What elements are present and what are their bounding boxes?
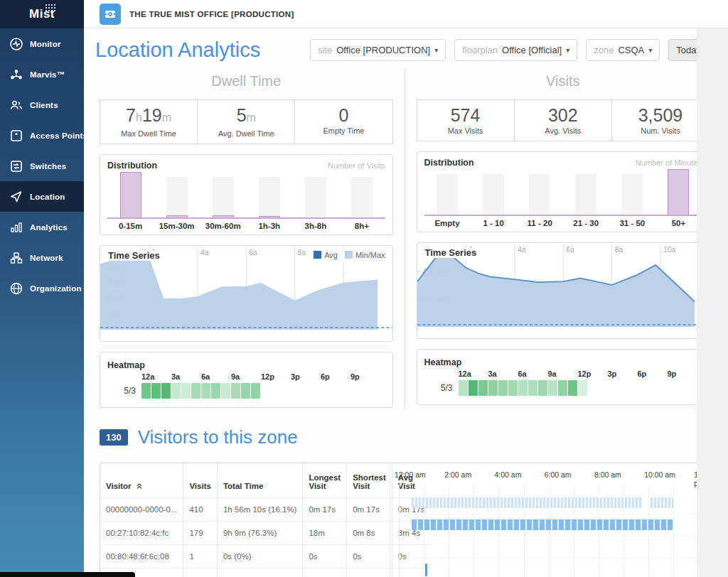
heatmap-cell[interactable] [191,383,200,399]
heatmap-cell[interactable] [221,383,230,399]
distribution-bar[interactable] [107,173,154,217]
distribution-bar[interactable] [338,173,385,217]
svg-text:4a: 4a [200,249,209,257]
heatmap-cell[interactable] [151,383,161,399]
sidebar-item-switches[interactable]: Switches [0,151,84,181]
table-cell: 00:27:10:82:4c:fc [100,522,183,545]
table-cell: 1h 56m 10s (16.1%) [217,498,303,522]
heatmap-hour-label: 12a [141,372,154,381]
sidebar-item-label: Clients [30,101,58,109]
sidebar-item-monitor[interactable]: Monitor [0,28,84,59]
heatmap-cell[interactable] [211,383,220,399]
sidebar-item-clients[interactable]: Clients [0,90,84,120]
zone-dropdown-value: CSQA [618,45,644,55]
distribution-category-label: 1h-3h [246,222,292,230]
column-header-longest-visit[interactable]: Longest Visit [303,463,347,498]
table-row[interactable]: 00:80:48:6f:74:0011m 29s (0.2%)1m 29s1m … [100,568,431,577]
heatmap-cell[interactable] [488,380,498,396]
distribution-bar[interactable] [200,173,246,217]
heatmap-cell[interactable] [459,380,468,396]
distribution-chart[interactable] [107,173,385,219]
sidebar-item-marvis[interactable]: Marvis™ [0,59,84,90]
distribution-bar[interactable] [292,173,338,217]
heatmap-cell[interactable] [518,380,528,396]
heatmap-cell[interactable] [161,383,171,399]
distribution-bar[interactable] [246,173,292,217]
marvis-icon [9,68,23,82]
column-header-shortest-visit[interactable]: Shortest Visit [347,463,392,498]
table-cell: 1m 29s [347,568,392,577]
visitors-table: VisitorVisitsTotal TimeLongest VisitShor… [100,463,390,577]
mist-logo[interactable]: Mist [0,0,84,28]
visits-timeline[interactable]: 12:00 am2:00 am4:00 am6:00 am8:00 am10:0… [390,463,716,577]
column-header-total-time[interactable]: Total Time [217,463,303,498]
distribution-chart[interactable] [424,171,702,216]
sort-icon[interactable] [136,482,143,490]
site-dropdown[interactable]: site Office [PRODUCTION] ▾ [310,39,446,61]
heatmap-cell[interactable] [201,383,210,399]
dwell-timeseries-card[interactable]: Time Series 2a4a6a8a10a20000150001000050… [100,245,393,342]
heatmap-cell[interactable] [171,383,181,399]
distribution-labels: 0-15m15m-30m30m-60m1h-3h3h-8h8h+ [107,222,385,230]
distribution-bar[interactable] [424,171,471,215]
sidebar-item-location[interactable]: Location [0,181,84,212]
timeseries-title: Time Series [106,250,162,261]
distribution-bar[interactable] [517,171,563,215]
table-row[interactable]: 00:80:48:6f:6c:0810s (0%)0s0s0s [100,545,431,568]
sidebar-item-analytics[interactable]: Analytics [0,212,84,242]
table-row[interactable]: 00:27:10:82:4c:fc1799h 9m (76.3%)18m0m 8… [100,522,431,545]
visits-timeseries-card[interactable]: Time Series 2a4a6a8a10a400 visits200 vis… [417,242,710,339]
table-cell: 9h 9m (76.3%) [217,522,303,545]
heatmap-cell[interactable] [538,380,547,396]
svg-text:10a: 10a [663,246,675,254]
heatmap-cell[interactable] [558,380,567,396]
distribution-bar[interactable] [609,171,655,215]
sidebar-item-network[interactable]: Network [0,242,84,273]
column-header-visits[interactable]: Visits [183,463,217,498]
heatmap-cell[interactable] [578,380,587,396]
table-cell: 18m [303,522,347,545]
heatmap-cell[interactable] [469,380,478,396]
sidebar-item-label: Organization [30,284,82,293]
heatmap-cell[interactable] [568,380,577,396]
timeline-visit-band[interactable] [412,519,673,530]
distribution-bar[interactable] [563,171,609,215]
heatmap-cell[interactable] [498,380,508,396]
visits-heatmap-card[interactable]: Heatmap 12a3a6a9a12p3p6p9p5/3 [417,349,710,405]
timeline-visit-band[interactable] [425,563,427,576]
distribution-bar[interactable] [471,171,517,215]
timeline-visit-band[interactable] [651,497,673,508]
floorplan-dropdown[interactable]: floorplan Office [Official] ▾ [454,39,577,61]
sidebar-item-organization[interactable]: Organization [0,273,84,303]
distribution-bar[interactable] [655,171,702,215]
sidebar-item-accesspoints[interactable]: Access Points [0,120,84,151]
distribution-category-label: 0-15m [107,222,154,230]
table-cell: 0s (0%) [217,545,303,568]
dwell-heatmap-card[interactable]: Heatmap 12a3a6a9a12p3p6p9p5/3 [100,352,393,408]
heatmap-cell[interactable] [241,383,250,399]
distribution-category-label: 8h+ [338,222,385,230]
timeline-visit-band[interactable] [412,497,643,508]
heatmap-hour-label: 12p [261,372,274,381]
heatmap-cell[interactable] [548,380,557,396]
heatmap-hour-label: 3a [171,372,180,381]
table-row[interactable]: 00000000-0000-0...4101h 56m 10s (16.1%)0… [100,498,431,522]
heatmap-cell[interactable] [141,383,151,399]
heatmap-cell[interactable] [528,380,537,396]
org-name[interactable]: THE TRUE MIST OFFICE [PRODUCTION] [129,10,294,18]
site-icon[interactable] [100,4,121,25]
heatmap-cell[interactable] [508,380,518,396]
heatmap-cell[interactable] [251,383,260,399]
heatmap-cell[interactable] [231,383,240,399]
heatmap-cell[interactable] [478,380,488,396]
svg-text:8a: 8a [614,246,623,254]
column-header-visitor[interactable]: Visitor [100,463,183,498]
visitors-section-title: Visitors to this zone [138,426,298,448]
heatmap-cell[interactable] [181,383,191,399]
distribution-bar[interactable] [154,173,200,217]
page-title: Location Analytics [95,38,260,62]
monitor-icon [9,37,23,51]
heatmap-title: Heatmap [107,360,145,370]
distribution-category-label: 3h-8h [292,222,338,230]
zone-dropdown[interactable]: zone CSQA ▾ [586,39,660,61]
